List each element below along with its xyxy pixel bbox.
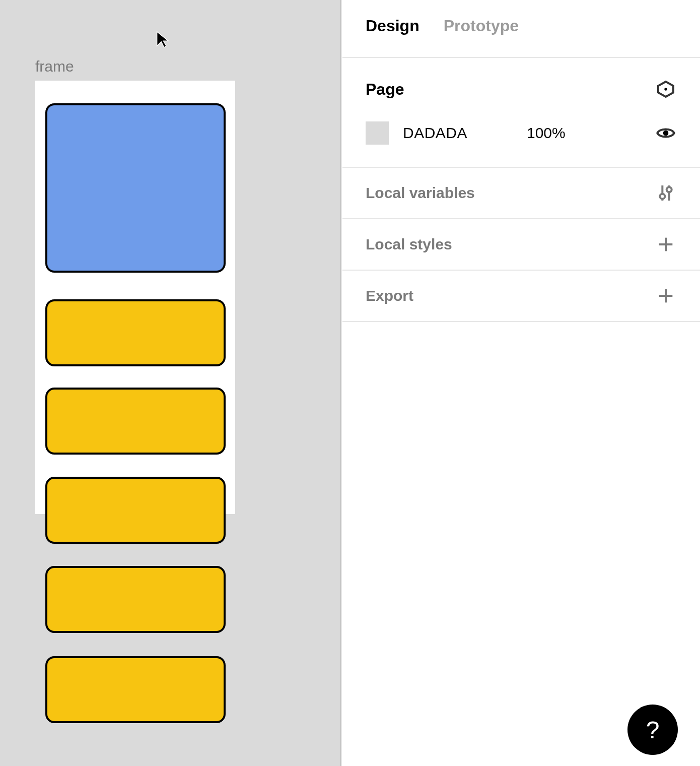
canvas-shape-yellow-4[interactable]: [45, 566, 226, 633]
canvas-shape-blue[interactable]: [45, 103, 226, 273]
canvas-shape-yellow-5[interactable]: [45, 656, 226, 723]
color-swatch[interactable]: [366, 121, 389, 145]
canvas-shape-yellow-3[interactable]: [45, 477, 226, 544]
help-button[interactable]: ?: [627, 705, 678, 755]
section-local-styles: Local styles: [342, 219, 700, 271]
local-styles-add-icon[interactable]: [655, 233, 677, 256]
section-page: Page DADADA 100%: [342, 58, 700, 168]
svg-point-1: [664, 88, 667, 90]
local-variables-title: Local variables: [366, 184, 475, 202]
design-panel: Design Prototype Page DADADA 100%: [342, 0, 700, 766]
section-local-variables: Local variables: [342, 168, 700, 219]
export-add-icon[interactable]: [655, 285, 677, 307]
export-title: Export: [366, 287, 413, 304]
svg-point-4: [660, 194, 665, 199]
help-label: ?: [646, 716, 660, 744]
visibility-toggle-icon[interactable]: [655, 122, 677, 144]
section-export: Export: [342, 271, 700, 322]
local-variables-settings-icon[interactable]: [655, 182, 677, 204]
local-styles-title: Local styles: [366, 236, 452, 253]
panel-tabs: Design Prototype: [342, 0, 700, 58]
canvas[interactable]: frame: [0, 0, 342, 766]
variable-apply-icon[interactable]: [655, 78, 677, 100]
canvas-shape-yellow-1[interactable]: [45, 299, 226, 366]
color-hex-value[interactable]: DADADA: [403, 124, 467, 142]
canvas-shape-yellow-2[interactable]: [45, 388, 226, 455]
svg-point-6: [667, 187, 672, 192]
color-opacity-value[interactable]: 100%: [527, 124, 566, 142]
cursor-icon: [154, 30, 171, 47]
tab-prototype[interactable]: Prototype: [444, 17, 519, 57]
tab-design[interactable]: Design: [366, 17, 419, 57]
page-background-color-row[interactable]: DADADA: [366, 121, 467, 145]
page-section-title: Page: [366, 80, 404, 99]
svg-point-2: [663, 131, 669, 136]
frame-label[interactable]: frame: [35, 58, 74, 75]
